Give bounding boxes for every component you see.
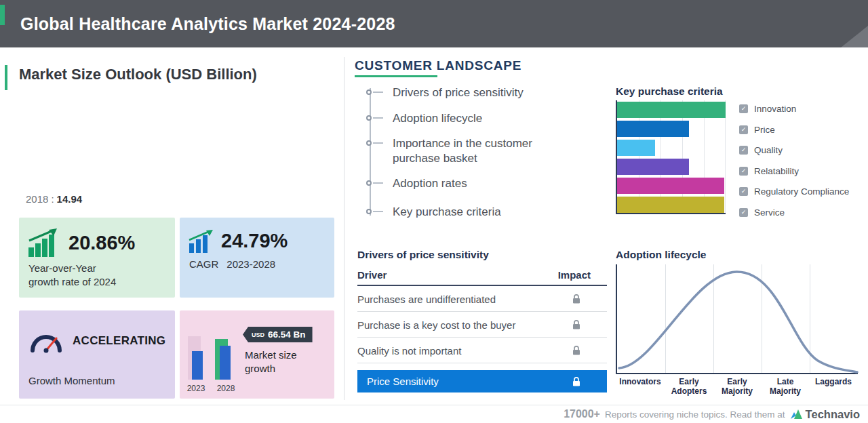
- market-size-card: 2023 2028 USD 66.54 Bn Market size growt…: [180, 310, 334, 399]
- lock-icon: [572, 319, 581, 330]
- adoption-lifecycle-title: Adoption lifecycle: [616, 249, 707, 261]
- customer-landscape-underline: [355, 75, 437, 77]
- adoption-label-early-majority: Early Majority: [713, 377, 762, 396]
- legend-item-innovation: ✓ Innovation: [739, 104, 849, 113]
- momentum-value: ACCELERATING: [73, 334, 165, 348]
- checkbox-icon: ✓: [739, 208, 748, 217]
- price-sensitivity-highlight-row: Price Sensitivity: [357, 370, 607, 392]
- base-year-label: 2018: [26, 193, 48, 205]
- base-year-separator: :: [51, 193, 54, 205]
- drivers-table-header: Driver Impact: [357, 268, 607, 286]
- mini-chart-year-start: 2023: [185, 384, 207, 393]
- bell-curve: [617, 264, 859, 374]
- timeline-line: [370, 88, 371, 216]
- checkbox-icon: ✓: [739, 125, 748, 134]
- size-desc-line2: growth: [245, 362, 297, 376]
- market-size-badge: USD 66.54 Bn: [243, 327, 313, 342]
- timeline-item-adoption-rates: Adoption rates: [393, 176, 554, 191]
- base-year-number: 14.94: [57, 193, 83, 205]
- badge-value: 66.54 Bn: [268, 329, 306, 340]
- key-purchase-criteria-legend: ✓ Innovation ✓ Price ✓ Quality ✓ Relatab…: [739, 104, 849, 228]
- header: Global Healthcare Analytics Market 2024-…: [0, 0, 868, 47]
- timeline-node: [366, 209, 372, 214]
- driver-label: Purchase is a key cost to the buyer: [357, 319, 515, 330]
- adoption-label-innovators: Innovators: [616, 377, 665, 386]
- bar-innovation: [617, 102, 726, 118]
- cagr-card-top: 24.79%: [180, 218, 334, 253]
- timeline-tick: [373, 182, 383, 184]
- timeline-tick: [373, 211, 383, 212]
- growth-momentum-card: ACCELERATING Growth Momentum: [19, 310, 175, 399]
- legend-label: Price: [754, 125, 775, 135]
- header-corner-decoration: [841, 26, 868, 47]
- page-title: Global Healthcare Analytics Market 2024-…: [20, 0, 395, 47]
- bar-relatability: [617, 159, 689, 175]
- footer: 17000+ Reports covering niche topics. Re…: [564, 407, 860, 422]
- legend-item-relatability: ✓ Relatability: [739, 167, 849, 176]
- table-row: Purchases are undifferentiated: [357, 286, 607, 312]
- market-size-desc: Market size growth: [245, 348, 297, 376]
- legend-item-service: ✓ Service: [739, 208, 849, 217]
- timeline-tick: [373, 92, 383, 93]
- timeline-node: [366, 115, 372, 121]
- report-count: 17000+: [564, 408, 600, 420]
- adoption-lifecycle-chart: [616, 264, 858, 374]
- legend-label: Quality: [754, 145, 783, 155]
- yoy-desc-line1: Year-over-Year: [28, 262, 165, 275]
- key-purchase-criteria-chart: [616, 100, 726, 214]
- bar-quality: [617, 140, 655, 156]
- adoption-label-laggards: Laggards: [809, 377, 858, 386]
- driver-label: Quality is not important: [357, 344, 461, 356]
- mini-chart-bar-2023: [192, 351, 203, 380]
- cagr-desc: CAGR 2023-2028: [180, 253, 334, 271]
- mini-chart-bar-2028: [220, 346, 231, 380]
- yoy-growth-desc: Year-over-Year growth rate of 2024: [19, 257, 175, 289]
- lock-icon: [572, 294, 581, 304]
- timeline-tick: [373, 142, 383, 144]
- legend-label: Regulatory Compliance: [754, 186, 849, 197]
- bar-service: [617, 197, 724, 213]
- technavio-brand-text: Technavio: [806, 408, 860, 421]
- header-accent-bar: [0, 5, 5, 25]
- legend-item-regulatory-compliance: ✓ Regulatory Compliance: [739, 187, 849, 196]
- market-size-outlook-title: Market Size Outlook (USD Billion): [19, 66, 257, 83]
- technavio-logo[interactable]: Technavio: [790, 408, 860, 421]
- size-desc-line1: Market size: [245, 348, 297, 362]
- timeline-node: [366, 140, 372, 146]
- cagr-label: CAGR: [189, 258, 218, 271]
- bar-regulatory-compliance: [617, 178, 724, 194]
- cagr-chart-icon: [188, 228, 214, 253]
- checkbox-icon: ✓: [739, 104, 748, 113]
- momentum-label: Growth Momentum: [28, 375, 115, 386]
- column-header-impact: Impact: [558, 269, 591, 281]
- key-purchase-criteria-title: Key purchase criteria: [616, 85, 723, 98]
- adoption-label-early-adopters: Early Adopters: [665, 377, 713, 396]
- table-row: Purchase is a key cost to the buyer: [357, 312, 607, 338]
- column-header-driver: Driver: [357, 269, 387, 281]
- timeline-tick: [373, 117, 383, 119]
- legend-item-price: ✓ Price: [739, 125, 849, 134]
- timeline-item-adoption-lifecycle: Adoption lifecycle: [393, 111, 554, 126]
- timeline-node: [366, 180, 372, 186]
- lock-icon: [572, 376, 581, 387]
- timeline-item-price-sensitivity: Drivers of price sensitivity: [393, 85, 554, 100]
- timeline-item-purchase-basket: Importance in the customer purchase bask…: [393, 136, 554, 167]
- technavio-arrows-icon: [790, 409, 803, 420]
- price-sensitivity-label: Price Sensitivity: [357, 376, 439, 387]
- drivers-table: Driver Impact Purchases are undifferenti…: [357, 268, 607, 392]
- legend-item-quality: ✓ Quality: [739, 146, 849, 155]
- checkbox-icon: ✓: [739, 146, 748, 155]
- adoption-label-late-majority: Late Majority: [761, 377, 810, 396]
- table-row: Quality is not important: [357, 338, 607, 363]
- base-year-value: 2018:14.94: [26, 193, 82, 205]
- badge-currency: USD: [252, 331, 264, 338]
- cagr-period: 2023-2028: [226, 258, 275, 271]
- growth-bars-icon: [27, 228, 61, 257]
- yoy-desc-line2: growth rate of 2024: [28, 275, 165, 289]
- drivers-of-price-sensitivity-title: Drivers of price sensitivity: [357, 249, 489, 261]
- driver-label: Purchases are undifferentiated: [357, 293, 496, 304]
- vertical-divider: [344, 57, 344, 400]
- cagr-card: 24.79% CAGR 2023-2028: [180, 218, 334, 298]
- lock-icon: [572, 345, 581, 356]
- legend-label: Relatability: [754, 166, 799, 176]
